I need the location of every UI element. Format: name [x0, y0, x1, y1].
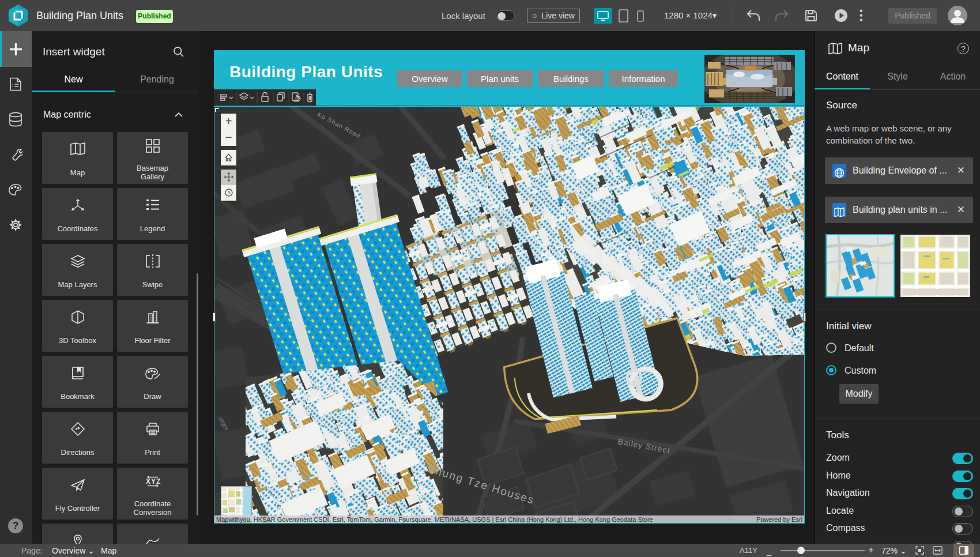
svg-text:XYZ: XYZ [146, 477, 161, 486]
